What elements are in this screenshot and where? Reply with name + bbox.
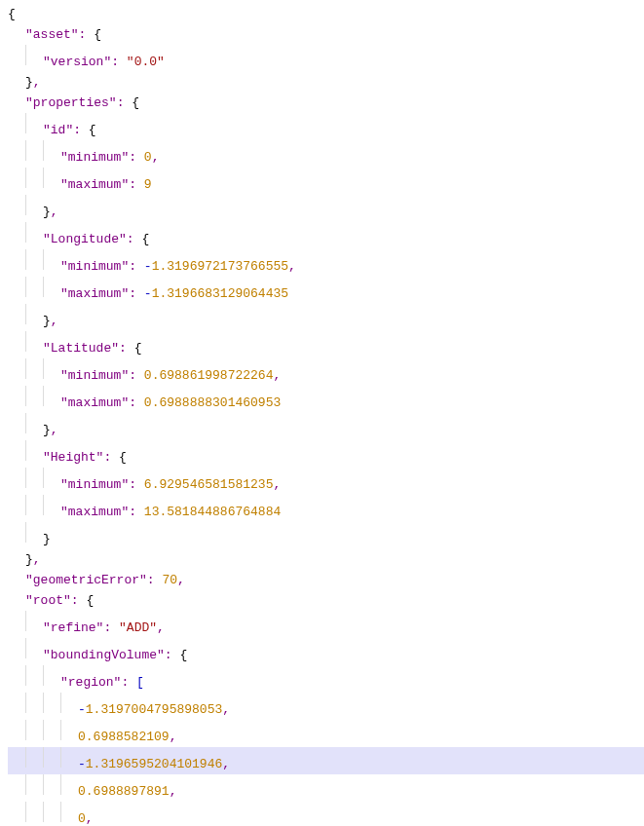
token: [ bbox=[136, 675, 144, 690]
token: { bbox=[141, 232, 149, 246]
json-code-block: {"asset": {"version": "0.0"},"properties… bbox=[0, 0, 644, 826]
token: , bbox=[152, 150, 160, 165]
code-line: "geometricError": 70, bbox=[8, 570, 644, 590]
token: 0.6988582109 bbox=[78, 730, 170, 744]
token: { bbox=[94, 27, 101, 42]
code-line: } bbox=[8, 522, 644, 549]
token: "Height" bbox=[43, 450, 103, 465]
token: , bbox=[86, 811, 94, 826]
code-line: "region": [ bbox=[8, 665, 644, 693]
code-line: 0.6988897891, bbox=[8, 774, 644, 802]
token: "refine" bbox=[43, 620, 103, 635]
token: "Longitude" bbox=[43, 232, 127, 246]
token: { bbox=[119, 450, 127, 465]
code-line: }, bbox=[8, 195, 644, 222]
code-line: "version": "0.0" bbox=[8, 45, 644, 72]
token: 6.929546581581235 bbox=[144, 477, 274, 492]
token: } bbox=[43, 423, 51, 437]
token: : bbox=[111, 55, 127, 69]
token: , bbox=[51, 423, 58, 437]
token: , bbox=[273, 368, 281, 383]
token: 0.6988897891 bbox=[78, 784, 170, 799]
token: , bbox=[222, 702, 230, 717]
token: : bbox=[129, 368, 144, 383]
code-line: "minimum": 6.929546581581235, bbox=[8, 468, 644, 495]
token: : bbox=[103, 620, 119, 635]
token: , bbox=[273, 477, 281, 492]
token: } bbox=[25, 552, 33, 567]
token: { bbox=[134, 341, 142, 356]
token: "maximum" bbox=[60, 395, 129, 410]
code-line: "minimum": 0.698861998722264, bbox=[8, 358, 644, 386]
token: - bbox=[144, 286, 152, 301]
token: "root" bbox=[25, 593, 71, 608]
code-line: "minimum": -1.3196972173766555, bbox=[8, 249, 644, 277]
code-line: "Longitude": { bbox=[8, 222, 644, 249]
token: , bbox=[51, 205, 58, 219]
token: 13.581844886764884 bbox=[144, 505, 281, 519]
token: "ADD" bbox=[119, 620, 157, 635]
token: : bbox=[121, 675, 136, 690]
token: : bbox=[165, 648, 180, 662]
token: , bbox=[33, 75, 41, 90]
token: , bbox=[170, 730, 177, 744]
token: , bbox=[177, 573, 185, 587]
token: 70 bbox=[162, 573, 177, 587]
code-line: "id": { bbox=[8, 113, 644, 140]
token: : bbox=[79, 27, 95, 42]
token: , bbox=[33, 552, 41, 567]
token: : bbox=[71, 593, 87, 608]
token: } bbox=[25, 75, 33, 90]
token: : bbox=[117, 95, 133, 110]
token: "maximum" bbox=[60, 177, 129, 192]
token: 0.6988888301460953 bbox=[144, 395, 281, 410]
code-line: "refine": "ADD", bbox=[8, 611, 644, 638]
token: : bbox=[129, 177, 144, 192]
token: "boundingVolume" bbox=[43, 648, 165, 662]
token: - bbox=[78, 702, 86, 717]
token: "properties" bbox=[25, 95, 117, 110]
token: "asset" bbox=[25, 27, 79, 42]
token: : bbox=[129, 477, 144, 492]
token: 1.3197004795898053 bbox=[86, 702, 222, 717]
code-line: }, bbox=[8, 72, 644, 93]
token: "geometricError" bbox=[25, 573, 147, 587]
code-line: "properties": { bbox=[8, 93, 644, 113]
token: { bbox=[8, 7, 16, 21]
token: , bbox=[51, 314, 58, 328]
code-line: -1.3196595204101946, bbox=[8, 747, 644, 774]
token: 1.3196683129064435 bbox=[152, 286, 288, 301]
token: { bbox=[179, 648, 187, 662]
token: 1.3196972173766555 bbox=[152, 259, 288, 274]
token: "minimum" bbox=[60, 477, 129, 492]
code-line: -1.3197004795898053, bbox=[8, 693, 644, 720]
code-line: }, bbox=[8, 304, 644, 331]
token: "minimum" bbox=[60, 150, 129, 165]
token: : bbox=[127, 232, 142, 246]
token: "0.0" bbox=[127, 55, 165, 69]
token: , bbox=[170, 784, 177, 799]
token: 9 bbox=[144, 177, 152, 192]
token: "version" bbox=[43, 55, 111, 69]
code-line: "Latitude": { bbox=[8, 331, 644, 358]
token: : bbox=[119, 341, 134, 356]
token: { bbox=[132, 95, 139, 110]
code-line: }, bbox=[8, 549, 644, 570]
token: : bbox=[129, 286, 144, 301]
code-line: "maximum": 0.6988888301460953 bbox=[8, 386, 644, 413]
token: { bbox=[86, 593, 94, 608]
token: : bbox=[103, 450, 119, 465]
code-line: "minimum": 0, bbox=[8, 140, 644, 168]
token: } bbox=[43, 314, 51, 328]
token: , bbox=[157, 620, 165, 635]
token: , bbox=[288, 259, 296, 274]
code-line: "maximum": 13.581844886764884 bbox=[8, 495, 644, 522]
token: : bbox=[129, 259, 144, 274]
token: "maximum" bbox=[60, 286, 129, 301]
code-line: "boundingVolume": { bbox=[8, 638, 644, 665]
token: : bbox=[129, 395, 144, 410]
code-line: "maximum": -1.3196683129064435 bbox=[8, 277, 644, 304]
token: "minimum" bbox=[60, 259, 129, 274]
token: : bbox=[147, 573, 163, 587]
token: 0 bbox=[144, 150, 152, 165]
